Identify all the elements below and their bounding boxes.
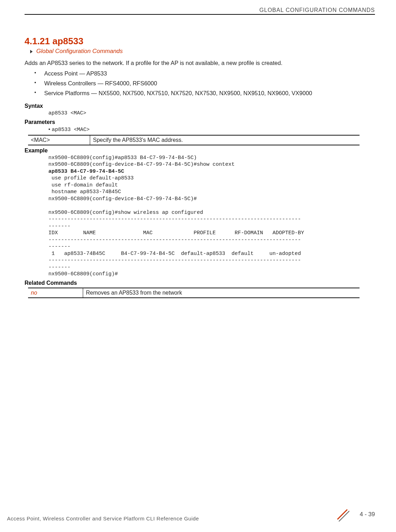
example-heading: Example bbox=[25, 147, 375, 154]
ex-line: nx9500-6C8809(config)#ap8533 B4-C7-99-74… bbox=[48, 155, 197, 161]
page-footer: Access Point, Wireless Controller and Se… bbox=[0, 507, 396, 521]
ex-line: 1 ap8533-74B45C B4-C7-99-74-B4-5C defaul… bbox=[48, 251, 301, 257]
ex-line: ----------------------------------------… bbox=[48, 237, 301, 243]
ex-line: nx9500-6C8809(config-device-B4-C7-99-74-… bbox=[48, 196, 197, 202]
ex-line: ------- bbox=[48, 264, 71, 270]
supported-devices-list: Access Point — AP8533 Wireless Controlle… bbox=[34, 69, 375, 97]
param-desc-cell: Specify the AP8533's MAC address. bbox=[90, 135, 360, 145]
related-desc-cell: Removes an AP8533 from the network bbox=[83, 288, 360, 298]
ex-line-bold: ap8533 B4-C7-99-74-B4-5C bbox=[48, 169, 124, 175]
parameters-table: <MAC> Specify the AP8533's MAC address. bbox=[28, 135, 360, 145]
breadcrumb-row: Global Configuration Commands bbox=[30, 48, 375, 55]
related-command-link[interactable]: no bbox=[28, 288, 83, 298]
ex-line: hostname ap8533-74B45C bbox=[48, 189, 121, 195]
footer-title: Access Point, Wireless Controller and Se… bbox=[7, 515, 199, 521]
list-item: Access Point — AP8533 bbox=[34, 69, 375, 78]
param-name-cell: <MAC> bbox=[28, 135, 90, 145]
ex-line: nx9500-6C8809(config)#show wireless ap c… bbox=[48, 210, 203, 216]
ex-line: ----------------------------------------… bbox=[48, 216, 301, 222]
related-table: no Removes an AP8533 from the network bbox=[28, 288, 360, 298]
section-title: 4.1.21 ap8533 bbox=[25, 36, 375, 47]
parameters-bullet: ap8533 <MAC> bbox=[48, 126, 375, 133]
syntax-code: ap8533 <MAC> bbox=[48, 110, 375, 117]
syntax-heading: Syntax bbox=[25, 103, 375, 109]
list-item: Wireless Controllers — RFS4000, RFS6000 bbox=[34, 79, 375, 88]
parameters-heading: Parameters bbox=[25, 119, 375, 125]
triangle-icon bbox=[30, 50, 33, 53]
header-rule bbox=[25, 14, 375, 15]
example-block: nx9500-6C8809(config)#ap8533 B4-C7-99-74… bbox=[48, 155, 375, 278]
header-category: GLOBAL CONFIGURATION COMMANDS bbox=[25, 7, 375, 13]
breadcrumb-link[interactable]: Global Configuration Commands bbox=[36, 48, 123, 54]
table-row: <MAC> Specify the AP8533's MAC address. bbox=[28, 135, 360, 145]
ex-line: IDX NAME MAC PROFILE RF-DOMAIN ADOPTED-B… bbox=[48, 230, 304, 236]
slash-icon bbox=[335, 507, 349, 521]
table-row: no Removes an AP8533 from the network bbox=[28, 288, 360, 298]
related-heading: Related Commands bbox=[25, 280, 375, 286]
list-item: Service Platforms — NX5500, NX7500, NX75… bbox=[34, 89, 375, 98]
ex-line: ----------------------------------------… bbox=[48, 257, 301, 263]
ex-line: ------- bbox=[48, 223, 71, 229]
page-number: 4 - 39 bbox=[360, 511, 375, 518]
ex-line: use profile default-ap8533 bbox=[48, 175, 134, 181]
ex-line: nx9500-6C8809(config)# bbox=[48, 271, 118, 277]
intro-text: Adds an AP8533 series to the network. If… bbox=[25, 60, 375, 66]
ex-line: ------- bbox=[48, 244, 71, 250]
ex-line: use rf-domain default bbox=[48, 182, 118, 188]
ex-line: nx9500-6C8809(config-device-B4-C7-99-74-… bbox=[48, 162, 235, 168]
param-code: ap8533 <MAC> bbox=[52, 127, 89, 133]
